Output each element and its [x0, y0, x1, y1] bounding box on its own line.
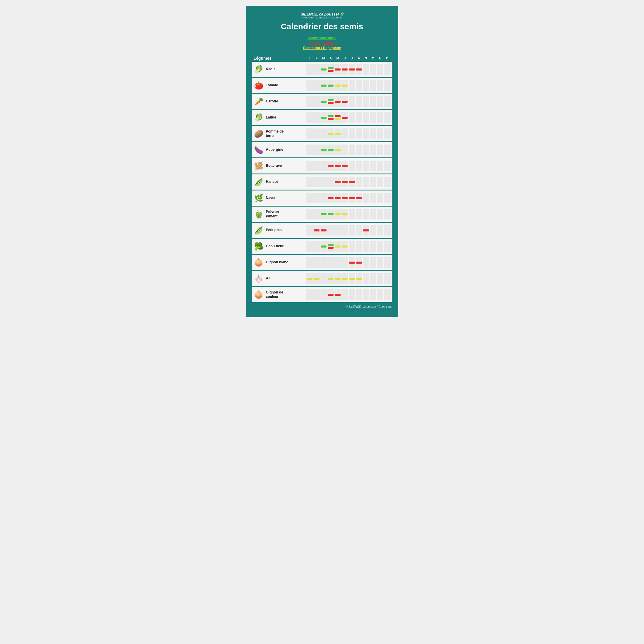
month-cell-1-11	[384, 80, 390, 91]
table-row: 🥕Carotte	[252, 94, 392, 109]
bar-green-5-2	[321, 149, 327, 151]
month-cell-13-6	[349, 273, 355, 284]
months-grid-7	[306, 177, 391, 187]
month-cell-4-2	[320, 128, 327, 139]
month-label-1: F	[313, 56, 320, 60]
month-label-8: S	[363, 56, 369, 60]
month-cell-6-3	[327, 161, 334, 171]
veg-icon-8: 🌿	[254, 194, 264, 203]
bar-red-14-4	[335, 294, 341, 296]
veg-name-4: Pomme de terre	[266, 129, 284, 138]
month-cell-3-10	[377, 112, 383, 123]
bar-green-11-3	[328, 244, 334, 246]
bar-red-8-7	[356, 197, 362, 199]
veg-info-13: 🧄Ail	[254, 274, 306, 283]
month-cell-5-0	[306, 145, 313, 155]
month-cell-5-8	[363, 145, 369, 155]
veg-icon-3: 🥬	[254, 113, 264, 122]
bar-yellow-13-6	[349, 278, 355, 280]
months-grid-10	[306, 225, 391, 236]
bar-yellow-11-5	[342, 245, 348, 248]
month-cell-3-9	[370, 112, 376, 123]
month-cell-12-8	[363, 257, 369, 268]
month-cell-11-0	[306, 241, 313, 252]
legend: Semis sous abris Semis en place Plantati…	[252, 36, 392, 50]
bar-green-5-3	[328, 149, 334, 151]
bar-yellow-4-4	[335, 133, 341, 135]
bar-red-8-3	[328, 197, 334, 199]
month-cell-8-5	[341, 193, 348, 203]
month-cell-2-10	[377, 96, 383, 107]
veg-name-0: Radis	[266, 67, 276, 72]
bar-red-2-3	[328, 102, 334, 104]
month-cell-8-1	[313, 193, 320, 203]
veg-name-8: Navet	[266, 196, 276, 200]
month-cell-2-7	[356, 96, 362, 107]
month-cell-5-2	[320, 145, 327, 155]
veg-name-10: Petit pois	[266, 228, 282, 233]
month-cell-5-11	[384, 145, 390, 155]
month-cell-1-5	[341, 80, 348, 91]
bar-green-0-2	[321, 68, 327, 71]
month-cell-7-5	[341, 177, 348, 187]
bar-yellow-9-5	[342, 213, 348, 215]
bar-yellow-13-4	[335, 278, 341, 280]
month-cell-7-7	[356, 177, 362, 187]
month-cell-8-2	[320, 193, 327, 203]
month-cell-10-6	[349, 225, 355, 236]
month-cell-0-9	[370, 64, 376, 75]
months-grid-0	[306, 64, 391, 75]
month-cell-2-4	[334, 96, 341, 107]
bar-green-11-2	[321, 245, 327, 248]
veg-name-1: Tomate	[266, 83, 278, 88]
months-labels: JFMAMJJASOND	[306, 56, 391, 60]
bar-green-1-2	[321, 85, 327, 87]
month-cell-9-3	[327, 209, 334, 219]
month-cell-11-1	[313, 241, 320, 252]
month-cell-9-8	[363, 209, 369, 219]
month-cell-0-4	[334, 64, 341, 75]
month-cell-6-9	[370, 161, 376, 171]
month-cell-2-11	[384, 96, 390, 107]
month-cell-14-11	[384, 289, 390, 300]
month-cell-9-10	[377, 209, 383, 219]
month-cell-3-8	[363, 112, 369, 123]
bar-green-9-2	[321, 213, 327, 215]
month-cell-4-1	[313, 128, 320, 139]
veg-name-14: Oignon de couleur	[266, 290, 283, 299]
footer-text: © SILENCE, ça pousse ! Chez vous	[252, 305, 392, 308]
month-cell-1-10	[377, 80, 383, 91]
month-cell-10-3	[327, 225, 334, 236]
month-cell-13-5	[341, 273, 348, 284]
month-label-9: O	[370, 56, 376, 60]
month-cell-2-9	[370, 96, 376, 107]
month-cell-0-6	[349, 64, 355, 75]
veg-name-5: Aubergine	[266, 147, 283, 152]
bar-yellow-13-1	[314, 278, 320, 280]
table-row: 🍆Aubergine	[252, 142, 392, 157]
month-cell-13-1	[313, 273, 320, 284]
bar-red-7-5	[342, 181, 348, 183]
month-cell-8-7	[356, 193, 362, 203]
veg-icon-14: 🧅	[254, 290, 264, 299]
month-cell-14-7	[356, 289, 362, 300]
month-cell-13-3	[327, 273, 334, 284]
month-cell-4-10	[377, 128, 383, 139]
bar-red-2-5	[342, 101, 348, 103]
months-grid-8	[306, 193, 391, 203]
table-row: 🧅Oignon blanc	[252, 255, 392, 270]
month-cell-10-11	[384, 225, 390, 236]
month-cell-5-7	[356, 145, 362, 155]
vegetable-rows: 🥬Radis🍅Tomate🥕Carotte🥬Laitue🥔Pomme de te…	[252, 62, 392, 302]
month-cell-2-2	[320, 96, 327, 107]
bar-yellow-13-3	[328, 278, 334, 280]
month-cell-4-8	[363, 128, 369, 139]
month-cell-12-1	[313, 257, 320, 268]
month-cell-2-5	[341, 96, 348, 107]
month-cell-13-2	[320, 273, 327, 284]
bar-red-10-2	[321, 229, 327, 231]
month-cell-7-2	[320, 177, 327, 187]
month-cell-5-3	[327, 145, 334, 155]
month-cell-9-5	[341, 209, 348, 219]
veg-info-9: 🫑Poivron Piment	[254, 210, 306, 219]
